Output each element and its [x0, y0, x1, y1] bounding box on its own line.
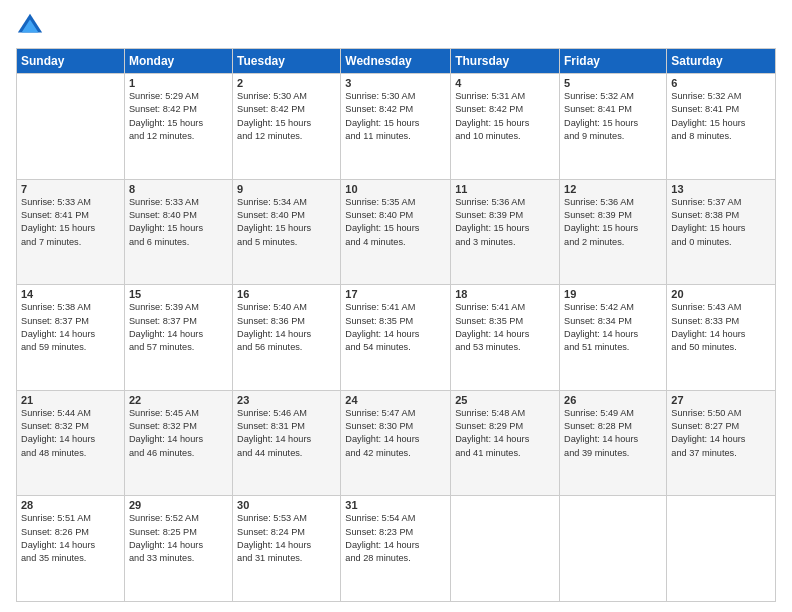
page-header — [16, 12, 776, 40]
logo-icon — [16, 12, 44, 40]
day-header-thursday: Thursday — [451, 49, 560, 74]
day-number: 2 — [237, 77, 336, 89]
day-number: 17 — [345, 288, 446, 300]
day-info: Sunrise: 5:45 AM Sunset: 8:32 PM Dayligh… — [129, 407, 228, 460]
day-info: Sunrise: 5:36 AM Sunset: 8:39 PM Dayligh… — [455, 196, 555, 249]
day-info: Sunrise: 5:43 AM Sunset: 8:33 PM Dayligh… — [671, 301, 771, 354]
calendar-week-row: 1Sunrise: 5:29 AM Sunset: 8:42 PM Daylig… — [17, 74, 776, 180]
calendar-cell: 16Sunrise: 5:40 AM Sunset: 8:36 PM Dayli… — [233, 285, 341, 391]
calendar-cell: 3Sunrise: 5:30 AM Sunset: 8:42 PM Daylig… — [341, 74, 451, 180]
calendar-cell — [667, 496, 776, 602]
day-info: Sunrise: 5:30 AM Sunset: 8:42 PM Dayligh… — [237, 90, 336, 143]
calendar-week-row: 7Sunrise: 5:33 AM Sunset: 8:41 PM Daylig… — [17, 179, 776, 285]
calendar-cell: 18Sunrise: 5:41 AM Sunset: 8:35 PM Dayli… — [451, 285, 560, 391]
calendar-cell: 15Sunrise: 5:39 AM Sunset: 8:37 PM Dayli… — [124, 285, 232, 391]
day-info: Sunrise: 5:37 AM Sunset: 8:38 PM Dayligh… — [671, 196, 771, 249]
day-info: Sunrise: 5:48 AM Sunset: 8:29 PM Dayligh… — [455, 407, 555, 460]
day-info: Sunrise: 5:32 AM Sunset: 8:41 PM Dayligh… — [671, 90, 771, 143]
day-number: 3 — [345, 77, 446, 89]
day-number: 6 — [671, 77, 771, 89]
day-info: Sunrise: 5:39 AM Sunset: 8:37 PM Dayligh… — [129, 301, 228, 354]
day-info: Sunrise: 5:54 AM Sunset: 8:23 PM Dayligh… — [345, 512, 446, 565]
day-info: Sunrise: 5:46 AM Sunset: 8:31 PM Dayligh… — [237, 407, 336, 460]
day-info: Sunrise: 5:41 AM Sunset: 8:35 PM Dayligh… — [345, 301, 446, 354]
day-number: 14 — [21, 288, 120, 300]
day-number: 7 — [21, 183, 120, 195]
day-number: 23 — [237, 394, 336, 406]
day-info: Sunrise: 5:32 AM Sunset: 8:41 PM Dayligh… — [564, 90, 662, 143]
day-info: Sunrise: 5:29 AM Sunset: 8:42 PM Dayligh… — [129, 90, 228, 143]
day-info: Sunrise: 5:44 AM Sunset: 8:32 PM Dayligh… — [21, 407, 120, 460]
day-header-friday: Friday — [560, 49, 667, 74]
calendar-cell: 26Sunrise: 5:49 AM Sunset: 8:28 PM Dayli… — [560, 390, 667, 496]
day-number: 10 — [345, 183, 446, 195]
calendar-cell: 4Sunrise: 5:31 AM Sunset: 8:42 PM Daylig… — [451, 74, 560, 180]
calendar-cell: 23Sunrise: 5:46 AM Sunset: 8:31 PM Dayli… — [233, 390, 341, 496]
day-number: 19 — [564, 288, 662, 300]
day-info: Sunrise: 5:35 AM Sunset: 8:40 PM Dayligh… — [345, 196, 446, 249]
calendar-cell: 20Sunrise: 5:43 AM Sunset: 8:33 PM Dayli… — [667, 285, 776, 391]
day-info: Sunrise: 5:33 AM Sunset: 8:40 PM Dayligh… — [129, 196, 228, 249]
calendar-cell: 13Sunrise: 5:37 AM Sunset: 8:38 PM Dayli… — [667, 179, 776, 285]
calendar-cell: 27Sunrise: 5:50 AM Sunset: 8:27 PM Dayli… — [667, 390, 776, 496]
calendar-cell: 25Sunrise: 5:48 AM Sunset: 8:29 PM Dayli… — [451, 390, 560, 496]
day-number: 25 — [455, 394, 555, 406]
day-number: 18 — [455, 288, 555, 300]
day-info: Sunrise: 5:34 AM Sunset: 8:40 PM Dayligh… — [237, 196, 336, 249]
calendar-cell: 5Sunrise: 5:32 AM Sunset: 8:41 PM Daylig… — [560, 74, 667, 180]
calendar-cell: 7Sunrise: 5:33 AM Sunset: 8:41 PM Daylig… — [17, 179, 125, 285]
calendar-table: SundayMondayTuesdayWednesdayThursdayFrid… — [16, 48, 776, 602]
calendar-week-row: 14Sunrise: 5:38 AM Sunset: 8:37 PM Dayli… — [17, 285, 776, 391]
day-info: Sunrise: 5:31 AM Sunset: 8:42 PM Dayligh… — [455, 90, 555, 143]
day-info: Sunrise: 5:52 AM Sunset: 8:25 PM Dayligh… — [129, 512, 228, 565]
day-number: 30 — [237, 499, 336, 511]
day-info: Sunrise: 5:41 AM Sunset: 8:35 PM Dayligh… — [455, 301, 555, 354]
day-info: Sunrise: 5:30 AM Sunset: 8:42 PM Dayligh… — [345, 90, 446, 143]
calendar-cell: 11Sunrise: 5:36 AM Sunset: 8:39 PM Dayli… — [451, 179, 560, 285]
day-info: Sunrise: 5:33 AM Sunset: 8:41 PM Dayligh… — [21, 196, 120, 249]
day-info: Sunrise: 5:49 AM Sunset: 8:28 PM Dayligh… — [564, 407, 662, 460]
day-number: 12 — [564, 183, 662, 195]
calendar-cell: 24Sunrise: 5:47 AM Sunset: 8:30 PM Dayli… — [341, 390, 451, 496]
day-info: Sunrise: 5:50 AM Sunset: 8:27 PM Dayligh… — [671, 407, 771, 460]
day-header-wednesday: Wednesday — [341, 49, 451, 74]
calendar-cell: 29Sunrise: 5:52 AM Sunset: 8:25 PM Dayli… — [124, 496, 232, 602]
day-info: Sunrise: 5:47 AM Sunset: 8:30 PM Dayligh… — [345, 407, 446, 460]
calendar-cell: 1Sunrise: 5:29 AM Sunset: 8:42 PM Daylig… — [124, 74, 232, 180]
calendar-cell — [560, 496, 667, 602]
calendar-cell: 30Sunrise: 5:53 AM Sunset: 8:24 PM Dayli… — [233, 496, 341, 602]
day-header-saturday: Saturday — [667, 49, 776, 74]
day-number: 27 — [671, 394, 771, 406]
calendar-header-row: SundayMondayTuesdayWednesdayThursdayFrid… — [17, 49, 776, 74]
calendar-week-row: 28Sunrise: 5:51 AM Sunset: 8:26 PM Dayli… — [17, 496, 776, 602]
calendar-cell — [17, 74, 125, 180]
calendar-cell — [451, 496, 560, 602]
day-number: 28 — [21, 499, 120, 511]
calendar-cell: 21Sunrise: 5:44 AM Sunset: 8:32 PM Dayli… — [17, 390, 125, 496]
day-number: 22 — [129, 394, 228, 406]
day-number: 31 — [345, 499, 446, 511]
calendar-cell: 31Sunrise: 5:54 AM Sunset: 8:23 PM Dayli… — [341, 496, 451, 602]
day-number: 5 — [564, 77, 662, 89]
calendar-cell: 17Sunrise: 5:41 AM Sunset: 8:35 PM Dayli… — [341, 285, 451, 391]
day-number: 1 — [129, 77, 228, 89]
calendar-cell: 2Sunrise: 5:30 AM Sunset: 8:42 PM Daylig… — [233, 74, 341, 180]
day-info: Sunrise: 5:42 AM Sunset: 8:34 PM Dayligh… — [564, 301, 662, 354]
day-header-monday: Monday — [124, 49, 232, 74]
day-number: 24 — [345, 394, 446, 406]
day-info: Sunrise: 5:40 AM Sunset: 8:36 PM Dayligh… — [237, 301, 336, 354]
calendar-week-row: 21Sunrise: 5:44 AM Sunset: 8:32 PM Dayli… — [17, 390, 776, 496]
day-info: Sunrise: 5:53 AM Sunset: 8:24 PM Dayligh… — [237, 512, 336, 565]
day-number: 26 — [564, 394, 662, 406]
day-info: Sunrise: 5:38 AM Sunset: 8:37 PM Dayligh… — [21, 301, 120, 354]
calendar-cell: 8Sunrise: 5:33 AM Sunset: 8:40 PM Daylig… — [124, 179, 232, 285]
calendar-cell: 19Sunrise: 5:42 AM Sunset: 8:34 PM Dayli… — [560, 285, 667, 391]
day-number: 21 — [21, 394, 120, 406]
calendar-cell: 9Sunrise: 5:34 AM Sunset: 8:40 PM Daylig… — [233, 179, 341, 285]
calendar-cell: 6Sunrise: 5:32 AM Sunset: 8:41 PM Daylig… — [667, 74, 776, 180]
calendar-cell: 12Sunrise: 5:36 AM Sunset: 8:39 PM Dayli… — [560, 179, 667, 285]
calendar-cell: 10Sunrise: 5:35 AM Sunset: 8:40 PM Dayli… — [341, 179, 451, 285]
calendar-cell: 14Sunrise: 5:38 AM Sunset: 8:37 PM Dayli… — [17, 285, 125, 391]
day-number: 11 — [455, 183, 555, 195]
day-header-sunday: Sunday — [17, 49, 125, 74]
